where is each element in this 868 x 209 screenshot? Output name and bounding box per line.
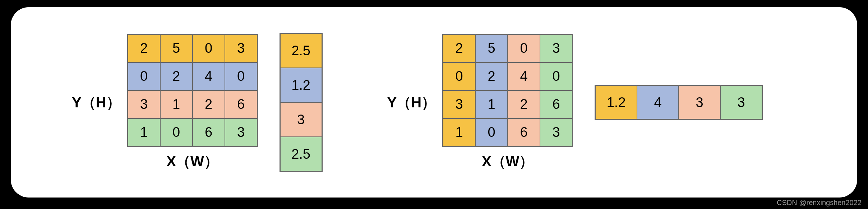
matrix-cell: 0: [475, 119, 508, 147]
x-axis-label-right: X（W）: [482, 152, 534, 171]
left-section: Y（H） 2 5 0 3 0 2 4 0 3 1 2 6 1 0 6: [72, 33, 323, 172]
matrix-cell: 1: [443, 119, 475, 147]
watermark-text: CSDN @renxingshen2022: [777, 199, 862, 207]
x-axis-label-left: X（W）: [166, 152, 218, 171]
diagram-panel: Y（H） 2 5 0 3 0 2 4 0 3 1 2 6 1 0 6: [11, 7, 857, 198]
matrix-cell: 2: [508, 90, 540, 119]
matrix-cell: 0: [193, 34, 225, 62]
right-result-vector: 1.2 4 3 3: [595, 85, 763, 120]
matrix-cell: 5: [475, 34, 508, 62]
left-matrix-wrap: Y（H） 2 5 0 3 0 2 4 0 3 1 2 6 1 0 6: [72, 34, 258, 171]
vector-cell: 2.5: [280, 33, 322, 68]
matrix-cell: 3: [128, 90, 160, 119]
right-matrix-grid: 2 5 0 3 0 2 4 0 3 1 2 6 1 0 6 3: [442, 34, 573, 147]
matrix-cell: 4: [193, 62, 225, 90]
right-matrix-block: 2 5 0 3 0 2 4 0 3 1 2 6 1 0 6 3 X: [442, 34, 573, 171]
matrix-cell: 1: [160, 90, 193, 119]
matrix-cell: 0: [540, 62, 572, 90]
vector-cell: 3: [720, 85, 762, 119]
matrix-cell: 0: [225, 62, 257, 90]
right-matrix-wrap: Y（H） 2 5 0 3 0 2 4 0 3 1 2 6 1 0 6: [387, 34, 573, 171]
matrix-cell: 3: [225, 34, 257, 62]
matrix-cell: 3: [540, 34, 572, 62]
matrix-cell: 4: [508, 62, 540, 90]
left-result-vector: 2.5 1.2 3 2.5: [280, 33, 323, 172]
matrix-cell: 0: [508, 34, 540, 62]
matrix-cell: 1: [475, 90, 508, 119]
matrix-cell: 3: [540, 119, 572, 147]
matrix-cell: 2: [443, 34, 475, 62]
vector-cell: 3: [679, 85, 720, 119]
vector-cell: 4: [637, 85, 679, 119]
left-matrix-block: 2 5 0 3 0 2 4 0 3 1 2 6 1 0 6 3 X: [127, 34, 258, 171]
right-section: Y（H） 2 5 0 3 0 2 4 0 3 1 2 6 1 0 6: [387, 34, 763, 171]
y-axis-label-right: Y（H）: [387, 93, 436, 112]
matrix-cell: 6: [193, 119, 225, 147]
left-matrix-grid: 2 5 0 3 0 2 4 0 3 1 2 6 1 0 6 3: [127, 34, 258, 147]
matrix-cell: 0: [443, 62, 475, 90]
matrix-cell: 5: [160, 34, 193, 62]
matrix-cell: 6: [508, 119, 540, 147]
y-axis-label-left: Y（H）: [72, 93, 121, 112]
matrix-cell: 2: [128, 34, 160, 62]
matrix-cell: 0: [128, 62, 160, 90]
vector-cell: 1.2: [280, 68, 322, 102]
matrix-cell: 3: [443, 90, 475, 119]
vector-cell: 1.2: [595, 85, 637, 119]
matrix-cell: 2: [193, 90, 225, 119]
matrix-cell: 3: [225, 119, 257, 147]
matrix-cell: 6: [225, 90, 257, 119]
matrix-cell: 1: [128, 119, 160, 147]
vector-cell: 3: [280, 102, 322, 137]
vector-cell: 2.5: [280, 137, 322, 171]
matrix-cell: 2: [475, 62, 508, 90]
matrix-cell: 0: [160, 119, 193, 147]
matrix-cell: 6: [540, 90, 572, 119]
matrix-cell: 2: [160, 62, 193, 90]
